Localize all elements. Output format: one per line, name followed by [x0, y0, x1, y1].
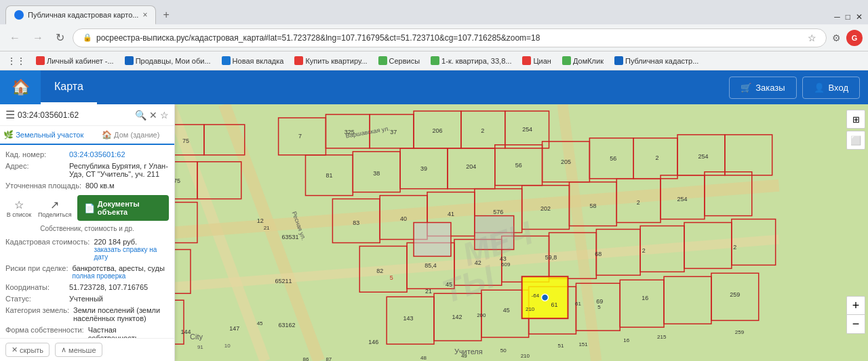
kad-link[interactable]: 03:24:035601:62	[69, 150, 125, 158]
svg-text:48: 48	[420, 355, 427, 361]
kad-row: Кад. номер: 03:24:035601:62	[5, 150, 169, 158]
svg-text:58: 58	[589, 203, 596, 209]
layers-btn[interactable]: ⊞	[846, 110, 865, 129]
square-btn[interactable]: ⬜	[846, 131, 865, 150]
svg-text:61: 61	[575, 301, 581, 307]
docs-btn[interactable]: 📄 Документы объекта	[77, 195, 169, 221]
cost-row: Кадастровая стоимость: 220 184 руб. зака…	[5, 238, 169, 261]
svg-text:40: 40	[400, 215, 407, 222]
area-label: Уточненная площадь:	[5, 182, 81, 190]
new-tab-btn[interactable]: +	[157, 5, 174, 24]
tab-land[interactable]: 🌿 Земельный участок	[0, 126, 87, 145]
svg-text:65211: 65211	[275, 278, 292, 284]
menu-icon[interactable]: ☰	[5, 108, 15, 121]
tab-close-icon[interactable]: ×	[142, 10, 147, 20]
svg-text:56: 56	[515, 162, 522, 169]
less-btn[interactable]: ∧ меньше	[55, 343, 102, 357]
bookmark-cian[interactable]: Циан	[517, 55, 555, 66]
svg-text:86: 86	[303, 356, 309, 361]
svg-text:51: 51	[558, 343, 564, 349]
home-icon: 🏠	[12, 79, 30, 96]
cost-date-link[interactable]: заказать справку на дату	[94, 246, 169, 261]
search-icon[interactable]: 🔍	[135, 110, 146, 121]
map-tab[interactable]: Карта	[41, 70, 97, 104]
svg-text:83: 83	[353, 219, 359, 226]
back-btn[interactable]: ←	[5, 30, 24, 45]
svg-text:5: 5	[597, 304, 601, 310]
svg-text:2: 2	[481, 127, 484, 134]
profile-icon[interactable]: G	[846, 30, 863, 46]
browser-tab[interactable]: Публичная кадастровая карто... ×	[5, 5, 156, 24]
address-bar[interactable]: 🔒 росреестра-выписка.рус/кадастровая_кар…	[73, 28, 827, 47]
svg-text:576: 576	[493, 209, 503, 215]
extensions-icon[interactable]: ⚙	[831, 31, 842, 45]
city-label: City	[190, 333, 203, 341]
svg-text:49: 49	[461, 353, 467, 359]
bookmark-buy[interactable]: Купить квартиру...	[290, 55, 372, 66]
svg-rect-61	[414, 223, 451, 257]
browser-chrome: Публичная кадастровая карто... × + ─ □ ✕	[0, 0, 868, 24]
bookmark-sellers[interactable]: Продавцы, Мои оби...	[120, 55, 216, 66]
svg-text:142: 142	[452, 314, 462, 320]
svg-text:75: 75	[182, 137, 189, 144]
risks-link[interactable]: полная проверка	[72, 272, 169, 280]
share-icon: ↗	[50, 198, 59, 211]
svg-text:151: 151	[578, 341, 588, 347]
address-bar-row: ← → ↻ 🔒 росреестра-выписка.рус/кадастров…	[0, 24, 868, 51]
address-label: Адрес:	[5, 162, 65, 178]
address-url: росреестра-выписка.рус/кадастровая_карта…	[96, 33, 804, 43]
apps-icon[interactable]: ⋮⋮	[3, 54, 30, 68]
map-controls: ⊞ ⬜	[846, 110, 865, 150]
hide-label: скрыть	[20, 346, 43, 354]
svg-text:21: 21	[425, 288, 432, 295]
zoom-in-btn[interactable]: +	[846, 296, 865, 315]
hide-btn[interactable]: ✕ скрыть	[5, 343, 50, 357]
bookmark-public[interactable]: Публичная кадастр...	[610, 55, 703, 66]
docs-sublabel: Собственник, стоимость и др.	[5, 225, 169, 232]
minimize-btn[interactable]: ─	[834, 12, 840, 22]
svg-text:37: 37	[390, 129, 397, 135]
map-tab-label: Карта	[54, 81, 83, 93]
svg-text:2: 2	[637, 199, 640, 206]
main-area: 67 75 7 325 37 206 2 254 80 75 81 38 39 …	[0, 104, 868, 361]
svg-text:50: 50	[500, 347, 507, 354]
search-input[interactable]	[18, 110, 132, 120]
svg-text:41: 41	[448, 211, 454, 217]
svg-text:204: 204	[466, 163, 476, 170]
bookmark-lk[interactable]: Личный кабинет -...	[31, 55, 119, 66]
svg-text:206: 206	[433, 127, 443, 134]
forward-btn[interactable]: →	[28, 30, 47, 45]
svg-text:7: 7	[298, 133, 302, 140]
home-btn[interactable]: 🏠	[0, 70, 41, 104]
add-to-list-btn[interactable]: ☆ В список	[5, 198, 33, 218]
tab-building[interactable]: 🏠 Дом (здание)	[87, 126, 175, 144]
kad-label: Кад. номер:	[5, 150, 65, 158]
orders-label: Заказы	[755, 83, 785, 93]
app-header: 🏠 Карта 🛒 Заказы 👤 Вход	[0, 70, 868, 104]
status-value: Учтенный	[69, 295, 103, 303]
bookmark-newtab[interactable]: Новая вкладка	[217, 55, 289, 66]
svg-text:63162: 63162	[279, 322, 296, 328]
svg-text:85,4: 85,4	[425, 262, 436, 269]
clear-icon[interactable]: ✕	[149, 110, 157, 121]
orders-btn[interactable]: 🛒 Заказы	[729, 77, 796, 99]
user-icon: 👤	[814, 83, 825, 93]
bookmark-star[interactable]: ☆	[808, 33, 816, 43]
reload-btn[interactable]: ↻	[52, 30, 68, 45]
bookmark-services[interactable]: Сервисы	[374, 55, 425, 66]
close-window-btn[interactable]: ✕	[856, 12, 863, 22]
zoom-out-btn[interactable]: −	[846, 315, 865, 334]
svg-text:68: 68	[595, 251, 601, 257]
svg-text:39: 39	[420, 165, 427, 172]
building-tab-label: Дом (здание)	[114, 131, 159, 139]
restore-btn[interactable]: □	[846, 12, 850, 22]
svg-text:146: 146	[368, 339, 378, 345]
login-btn[interactable]: 👤 Вход	[802, 77, 860, 99]
bookmark-flat[interactable]: 1-к. квартира, 33,8...	[426, 55, 516, 66]
svg-text:38: 38	[373, 170, 380, 177]
docs-icon: 📄	[84, 203, 95, 213]
star-icon[interactable]: ☆	[160, 110, 169, 121]
bookmark-domclick[interactable]: ДомКлик	[557, 55, 608, 66]
share-btn[interactable]: ↗ Поделиться	[38, 198, 72, 218]
svg-text:16: 16	[623, 337, 629, 343]
